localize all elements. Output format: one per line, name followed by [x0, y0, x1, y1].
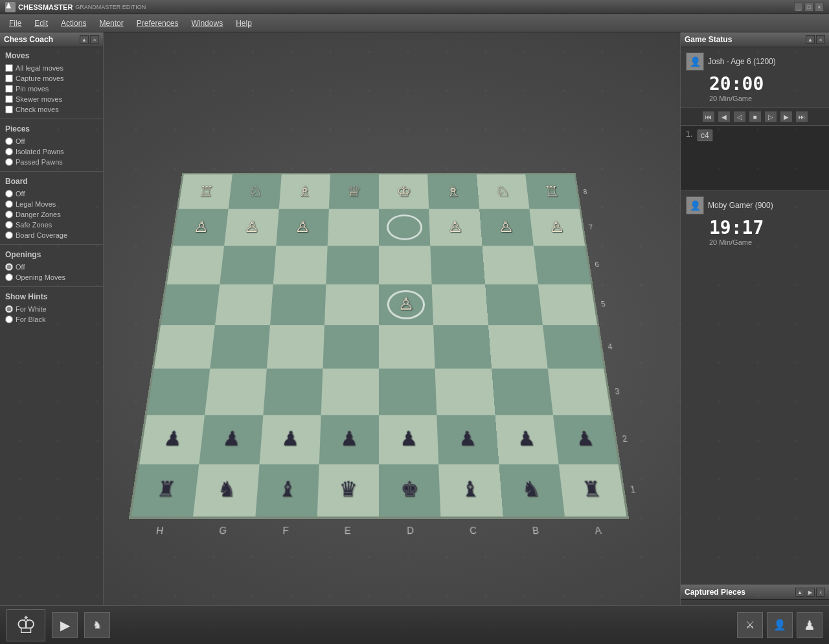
stop-button[interactable]: ■: [749, 111, 762, 122]
menu-mentor[interactable]: Mentor: [93, 16, 130, 30]
cell-r7-c4[interactable]: ♟: [319, 415, 379, 464]
cell-r1-c1[interactable]: ♖: [178, 174, 233, 209]
cell-r4-c2[interactable]: [215, 284, 273, 325]
cell-r5-c8[interactable]: 4: [543, 325, 604, 369]
cell-r4-c8[interactable]: 5: [538, 284, 597, 325]
menu-help[interactable]: Help: [229, 16, 258, 30]
cell-r5-c2[interactable]: [210, 325, 270, 369]
cell-r1-c5[interactable]: ♔: [379, 174, 429, 209]
captured-close-button[interactable]: ×: [816, 588, 825, 597]
cell-r7-c7[interactable]: ♟: [495, 415, 558, 464]
radio-board-off[interactable]: [5, 190, 13, 198]
status-up-button[interactable]: ▲: [806, 35, 815, 44]
next-button[interactable]: ▶: [780, 111, 793, 122]
checkbox-all-legal-moves[interactable]: [5, 64, 13, 72]
radio-legal-moves[interactable]: [5, 200, 13, 208]
cell-r1-c3[interactable]: ♗: [278, 174, 330, 209]
radio-safe-zones[interactable]: [5, 221, 13, 229]
cell-r6-c4[interactable]: [321, 369, 379, 415]
cell-r4-c6[interactable]: [432, 284, 488, 325]
menu-actions[interactable]: Actions: [54, 16, 93, 30]
cell-r8-c4[interactable]: ♛: [317, 464, 379, 516]
cell-r4-c1[interactable]: [161, 284, 220, 325]
option-for-white[interactable]: For White: [5, 304, 98, 314]
cell-r6-c5[interactable]: [379, 369, 437, 415]
cell-r3-c2[interactable]: [220, 246, 276, 284]
cell-r1-c8[interactable]: ♖8: [525, 174, 580, 209]
chess-grid[interactable]: ♖♘♗♕♔♗♘♖8♙♙♙♙♙♙76♙543♟♟♟♟♟♟♟♟2♜♞♝♛♚♝♞♜1: [129, 173, 629, 519]
cell-r4-c5[interactable]: ♙: [379, 284, 433, 325]
option-for-black[interactable]: For Black: [5, 314, 98, 325]
cell-r2-c6[interactable]: ♙: [429, 209, 482, 246]
cell-r2-c7[interactable]: ♙: [479, 209, 534, 246]
option-legal-moves[interactable]: Legal Moves: [5, 199, 98, 209]
radio-for-black[interactable]: [5, 316, 13, 323]
cell-r7-c2[interactable]: ♟: [199, 415, 263, 464]
cell-r2-c1[interactable]: ♙: [173, 209, 229, 246]
menu-preferences[interactable]: Preferences: [130, 16, 185, 30]
cell-r3-c8[interactable]: 6: [534, 246, 591, 284]
option-danger-zones[interactable]: Danger Zones: [5, 209, 98, 220]
cell-r6-c3[interactable]: [263, 369, 323, 415]
cell-r1-c4[interactable]: ♕: [329, 174, 379, 209]
cell-r2-c8[interactable]: ♙7: [529, 209, 585, 246]
cell-r8-c2[interactable]: ♞: [193, 464, 259, 516]
cell-r7-c6[interactable]: ♟: [437, 415, 499, 464]
checkbox-pin-moves[interactable]: [5, 85, 13, 93]
option-passed-pawns[interactable]: Passed Pawns: [5, 157, 98, 167]
option-all-legal-moves[interactable]: All legal moves: [5, 63, 98, 73]
skip-start-button[interactable]: ⏮: [702, 111, 715, 122]
cell-r6-c6[interactable]: [435, 369, 495, 415]
checkbox-capture-moves[interactable]: [5, 75, 13, 82]
cell-r6-c7[interactable]: [492, 369, 553, 415]
cell-r5-c1[interactable]: [154, 325, 216, 369]
cell-r5-c5[interactable]: [379, 325, 435, 369]
cell-r6-c8[interactable]: 3: [547, 369, 611, 415]
move-white-1[interactable]: c4: [698, 130, 712, 141]
cell-r7-c8[interactable]: ♟2: [553, 415, 619, 464]
cell-r8-c8[interactable]: ♜1: [558, 464, 626, 516]
cell-r3-c6[interactable]: [431, 246, 485, 284]
cell-r4-c7[interactable]: [485, 284, 543, 325]
next-slow-button[interactable]: ▷: [764, 111, 777, 122]
cell-r3-c7[interactable]: [482, 246, 538, 284]
menu-windows[interactable]: Windows: [185, 16, 229, 30]
option-isolated-pawns[interactable]: Isolated Pawns: [5, 146, 98, 157]
cell-r2-c5[interactable]: [379, 209, 431, 246]
cell-r5-c6[interactable]: [433, 325, 491, 369]
status-close-button[interactable]: ×: [816, 35, 825, 44]
cell-r8-c7[interactable]: ♞: [499, 464, 565, 516]
prev-button[interactable]: ◀: [718, 111, 731, 122]
analyze-button[interactable]: ⚔: [737, 612, 763, 638]
cell-r2-c2[interactable]: ♙: [224, 209, 278, 246]
option-pieces-off[interactable]: Off: [5, 136, 98, 146]
cell-r5-c7[interactable]: [488, 325, 548, 369]
cell-r2-c3[interactable]: ♙: [276, 209, 329, 246]
cell-r3-c1[interactable]: [167, 246, 225, 284]
cell-r8-c5[interactable]: ♚: [379, 464, 441, 516]
cell-r1-c2[interactable]: ♘: [229, 174, 281, 209]
cell-r7-c3[interactable]: ♟: [259, 415, 321, 464]
menu-file[interactable]: File: [3, 16, 28, 30]
menu-edit[interactable]: Edit: [28, 16, 54, 30]
captured-arrow-button[interactable]: ▶: [806, 588, 815, 597]
option-skewer-moves[interactable]: Skewer moves: [5, 94, 98, 104]
option-opening-moves[interactable]: Opening Moves: [5, 272, 98, 282]
option-board-off[interactable]: Off: [5, 189, 98, 199]
panel-up-button[interactable]: ▲: [80, 35, 89, 44]
cell-r3-c4[interactable]: [326, 246, 379, 284]
captured-maximize-button[interactable]: ▲: [795, 588, 804, 597]
radio-board-coverage[interactable]: [5, 231, 13, 239]
cell-r7-c1[interactable]: ♟: [139, 415, 205, 464]
radio-pieces-off[interactable]: [5, 137, 13, 145]
checkbox-skewer-moves[interactable]: [5, 95, 13, 103]
checkbox-check-moves[interactable]: [5, 106, 13, 113]
radio-openings-off[interactable]: [5, 263, 13, 271]
cell-r1-c6[interactable]: ♗: [427, 174, 479, 209]
maximize-button[interactable]: □: [804, 3, 813, 12]
chess-board[interactable]: ♖♘♗♕♔♗♘♖8♙♙♙♙♙♙76♙543♟♟♟♟♟♟♟♟2♜♞♝♛♚♝♞♜1 …: [129, 173, 629, 519]
prev-slow-button[interactable]: ◁: [733, 111, 746, 122]
cell-r3-c5[interactable]: [379, 246, 432, 284]
minimize-button[interactable]: _: [794, 3, 803, 12]
cell-r8-c3[interactable]: ♝: [255, 464, 319, 516]
